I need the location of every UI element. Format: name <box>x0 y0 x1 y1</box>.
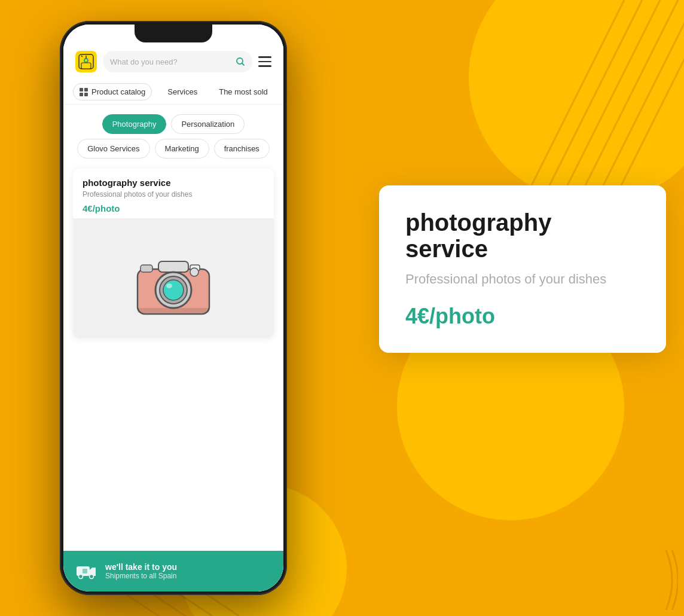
product-description: Professional photos of your dishes <box>83 190 264 199</box>
svg-line-15 <box>242 63 245 66</box>
product-price: 4€/photo <box>83 203 264 214</box>
product-card[interactable]: photography service Professional photos … <box>73 168 274 338</box>
search-bar[interactable]: What do you need? <box>103 51 252 72</box>
phone-screen-area: What do you need? <box>63 25 283 591</box>
phone-screen: What do you need? <box>63 25 283 591</box>
pill-franchises[interactable]: franchises <box>214 139 270 158</box>
hamburger-menu[interactable] <box>258 56 271 67</box>
svg-point-23 <box>166 283 172 288</box>
svg-point-22 <box>163 280 184 300</box>
nav-tabs: Product catalog Services The most sold <box>63 80 283 105</box>
product-image <box>73 218 274 338</box>
tab-services-label: Services <box>167 87 197 96</box>
tab-services[interactable]: Services <box>161 84 203 100</box>
pill-franchises-label: franchises <box>224 144 259 153</box>
pill-photography-label: Photography <box>112 120 157 129</box>
info-card-description: Professional photos of your dishes <box>405 272 640 287</box>
delivery-title: we'll take it to you <box>105 562 177 572</box>
svg-rect-25 <box>138 308 209 313</box>
svg-rect-29 <box>83 569 87 574</box>
delivery-subtitle: Shipments to all Spain <box>105 572 177 580</box>
product-title: photography service <box>83 178 264 188</box>
pill-glovo-services[interactable]: Glovo Services <box>77 139 149 158</box>
pill-personalization[interactable]: Personalization <box>171 114 245 134</box>
product-info: photography service Professional photos … <box>73 168 274 218</box>
delivery-truck-icon <box>75 560 97 582</box>
pill-marketing[interactable]: Marketing <box>155 139 209 158</box>
tab-most-sold-label: The most sold <box>219 87 268 96</box>
category-pills: Photography Personalization Glovo Servic… <box>63 105 283 163</box>
svg-point-28 <box>90 575 94 579</box>
delivery-text: we'll take it to you Shipments to all Sp… <box>105 562 177 580</box>
tab-product-catalog-label: Product catalog <box>91 87 145 96</box>
deco-corner <box>618 550 678 610</box>
search-placeholder: What do you need? <box>110 57 231 66</box>
svg-point-27 <box>79 575 83 579</box>
phone-mockup: What do you need? <box>30 12 317 604</box>
pill-personalization-label: Personalization <box>181 120 234 129</box>
svg-rect-17 <box>158 261 188 272</box>
search-icon <box>236 57 245 66</box>
tab-product-catalog[interactable]: Product catalog <box>73 83 152 100</box>
svg-rect-13 <box>81 63 91 69</box>
svg-rect-18 <box>141 265 152 272</box>
info-card-price: 4€/photo <box>405 304 640 329</box>
pill-glovo-services-label: Glovo Services <box>87 144 139 153</box>
svg-point-24 <box>190 268 199 276</box>
app-logo <box>75 51 97 72</box>
phone-notch <box>135 25 212 42</box>
info-card-title: photography service <box>405 209 640 262</box>
info-card: photography service Professional photos … <box>379 185 666 353</box>
tab-most-sold[interactable]: The most sold <box>213 84 274 100</box>
delivery-bar: we'll take it to you Shipments to all Sp… <box>63 551 283 591</box>
pill-photography[interactable]: Photography <box>102 114 167 134</box>
camera-illustration <box>126 236 221 320</box>
grid-icon <box>80 88 88 96</box>
pill-marketing-label: Marketing <box>165 144 199 153</box>
phone-frame: What do you need? <box>60 21 287 595</box>
